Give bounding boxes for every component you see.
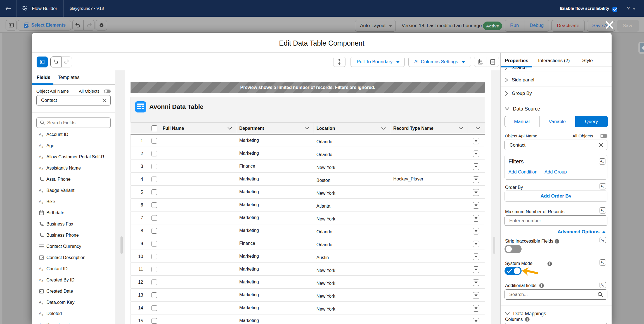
svg-text:a: a	[42, 134, 43, 137]
svg-text:A: A	[601, 260, 603, 264]
svg-text:A: A	[601, 283, 603, 286]
svg-text:a: a	[42, 156, 43, 159]
svg-text:a: a	[602, 161, 604, 164]
svg-text:A: A	[39, 311, 41, 316]
svg-text:a: a	[42, 313, 43, 316]
svg-text:A: A	[39, 155, 41, 159]
svg-text:A: A	[601, 238, 603, 241]
svg-text:A: A	[601, 208, 603, 212]
svg-text:a: a	[42, 201, 43, 204]
svg-text:a: a	[603, 262, 604, 265]
svg-text:a: a	[603, 186, 604, 189]
svg-text:a: a	[603, 210, 604, 213]
svg-text:A: A	[39, 278, 41, 282]
svg-text:A: A	[39, 144, 41, 148]
svg-text:a: a	[603, 284, 604, 287]
svg-text:A: A	[39, 199, 41, 204]
svg-text:A: A	[601, 184, 603, 188]
svg-text:A: A	[39, 300, 41, 304]
svg-text:a: a	[42, 268, 43, 271]
svg-text:a: a	[42, 190, 43, 193]
svg-text:a: a	[42, 302, 43, 305]
svg-text:A: A	[39, 132, 41, 137]
svg-text:a: a	[42, 145, 43, 148]
svg-text:a: a	[42, 279, 43, 283]
svg-text:a: a	[603, 240, 604, 242]
svg-text:A: A	[600, 159, 602, 163]
svg-text:A: A	[39, 188, 41, 192]
svg-text:A: A	[39, 323, 41, 324]
svg-text:A: A	[39, 267, 41, 271]
svg-text:a: a	[42, 167, 43, 171]
svg-text:A: A	[39, 166, 41, 170]
